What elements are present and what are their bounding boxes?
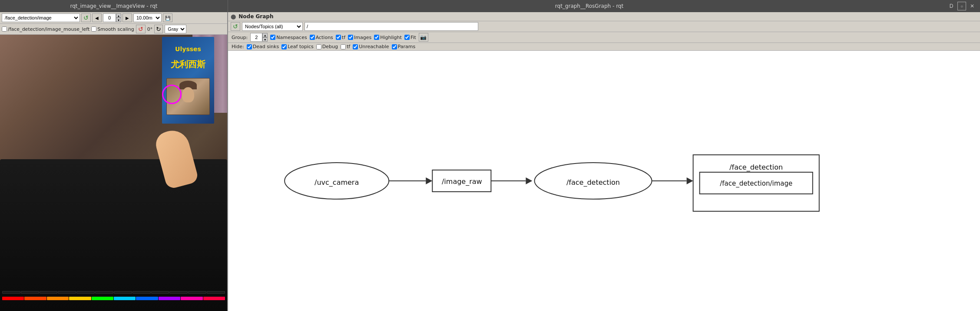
- leaf-topics-option[interactable]: Leaf topics: [281, 44, 314, 49]
- screenshot-button[interactable]: 📷: [419, 33, 428, 42]
- namespaces-option[interactable]: Namespaces: [270, 35, 307, 40]
- frame-spin-down[interactable]: ▼: [116, 18, 121, 22]
- distance-dropdown[interactable]: 10.00m: [133, 13, 162, 22]
- rgb-key-red: [2, 297, 24, 300]
- leaf-topics-checkbox[interactable]: [281, 44, 287, 49]
- key-6: [95, 291, 113, 294]
- group-input[interactable]: [250, 33, 262, 42]
- ros-graph-panel: ⬤ Node Graph ↺ Nodes/Topics (all) Group:…: [228, 12, 980, 311]
- rotate-button[interactable]: ↻: [154, 25, 163, 33]
- left-window-title: rqt_image_view__ImageView - rqt: [0, 0, 228, 12]
- node-graph-title: Node Graph: [238, 13, 273, 20]
- arrow-head-2: [526, 177, 532, 184]
- ros-refresh-button[interactable]: ↺: [231, 22, 240, 31]
- frame-spin-buttons: ▲ ▼: [116, 13, 121, 22]
- image-view-toolbar-row1: /face_detection/image ↺ ◀ ▲ ▼ ▶ 10.00m 💾: [0, 12, 227, 24]
- key-12: [207, 291, 225, 294]
- rgb-key-blue: [136, 297, 158, 300]
- book-prop: Ulysses 尤利西斯: [162, 37, 214, 124]
- debug-checkbox[interactable]: [316, 44, 321, 49]
- refresh-button[interactable]: ↺: [81, 13, 91, 22]
- rgb-key-green: [92, 297, 113, 300]
- topic-checkbox[interactable]: [2, 26, 7, 32]
- uvc-camera-label: /uvc_camera: [315, 179, 359, 187]
- key-9: [151, 291, 169, 294]
- tf-hide-option[interactable]: tf: [341, 44, 350, 49]
- face-detection-box-title: /face_detection: [729, 163, 783, 172]
- rgb-key-cyan: [114, 297, 136, 300]
- key-4: [58, 291, 76, 294]
- group-stepper[interactable]: ▲ ▼: [250, 33, 268, 42]
- arrow-head-1: [426, 177, 432, 184]
- window-controls: D ○ ✕: [947, 2, 977, 10]
- key-5: [76, 291, 95, 294]
- save-icon[interactable]: 💾: [163, 13, 172, 22]
- keyboard-row1: [2, 291, 225, 294]
- next-button[interactable]: ▶: [122, 13, 132, 22]
- images-option[interactable]: Images: [348, 35, 371, 40]
- debug-option[interactable]: Debug: [316, 44, 338, 49]
- rgb-key-pink: [181, 297, 202, 300]
- right-window-title-section: rqt_graph__RosGraph - rqt D ○ ✕: [228, 0, 980, 12]
- topic-checkbox-label[interactable]: /face_detection/image_mouse_left: [2, 26, 89, 32]
- book-english-title: Ulysses: [175, 46, 201, 52]
- actions-option[interactable]: Actions: [310, 35, 333, 40]
- ros-hide-bar: Hide: Dead sinks Leaf topics Debug tf Un…: [228, 43, 980, 51]
- search-input[interactable]: [305, 22, 478, 31]
- group-spin-buttons: ▲ ▼: [262, 33, 268, 42]
- portrait-face: [182, 87, 194, 102]
- highlight-checkbox[interactable]: [374, 35, 379, 40]
- left-title-text: rqt_image_view__ImageView - rqt: [70, 3, 157, 9]
- tf-option[interactable]: tf: [336, 35, 345, 40]
- params-checkbox[interactable]: [392, 44, 397, 49]
- params-option[interactable]: Params: [392, 44, 416, 49]
- rotation-value: 0°: [147, 26, 153, 32]
- fit-option[interactable]: Fit: [404, 35, 416, 40]
- group-spin-up[interactable]: ▲: [262, 33, 268, 37]
- rgb-key-crimson: [203, 297, 225, 300]
- smooth-scaling-checkbox[interactable]: [91, 26, 96, 32]
- highlight-option[interactable]: Highlight: [374, 35, 402, 40]
- images-checkbox[interactable]: [348, 35, 353, 40]
- face-detection-circle: [162, 85, 182, 104]
- ros-options-bar: Group: ▲ ▼ Namespaces Actions tf: [228, 32, 980, 43]
- face-detection-label: /face_detection: [566, 179, 620, 187]
- prev-button[interactable]: ◀: [92, 13, 102, 22]
- unreachable-checkbox[interactable]: [353, 44, 358, 49]
- image-view-panel: /face_detection/image ↺ ◀ ▲ ▼ ▶ 10.00m 💾…: [0, 12, 228, 311]
- fit-checkbox[interactable]: [404, 35, 410, 40]
- graph-svg: /uvc_camera /image_raw /face_detection: [228, 51, 980, 311]
- key-1: [2, 291, 20, 294]
- filter-dropdown[interactable]: Nodes/Topics (all): [242, 22, 303, 31]
- group-spin-down[interactable]: ▼: [262, 37, 268, 42]
- key-7: [114, 291, 132, 294]
- frame-spin-up[interactable]: ▲: [116, 13, 121, 18]
- tf-hide-checkbox[interactable]: [341, 44, 346, 49]
- tf-checkbox[interactable]: [336, 35, 341, 40]
- unreachable-option[interactable]: Unreachable: [353, 44, 389, 49]
- key-10: [169, 291, 188, 294]
- right-title-text: rqt_graph__RosGraph - rqt: [555, 3, 623, 9]
- ros-graph-toolbar: ⬤ Node Graph: [228, 12, 980, 21]
- namespaces-checkbox[interactable]: [270, 35, 275, 40]
- dead-sinks-option[interactable]: Dead sinks: [247, 44, 279, 49]
- topic-dropdown[interactable]: /face_detection/image: [2, 13, 80, 22]
- minimize-icon[interactable]: D: [947, 2, 956, 10]
- close-button[interactable]: ✕: [968, 2, 977, 10]
- image-raw-label: /image_raw: [442, 178, 482, 187]
- key-2: [21, 291, 39, 294]
- smooth-scaling-label[interactable]: Smooth scaling: [91, 26, 134, 32]
- smooth-scaling-text: Smooth scaling: [97, 26, 134, 32]
- key-8: [132, 291, 151, 294]
- frame-input[interactable]: [103, 13, 116, 22]
- maximize-icon[interactable]: ○: [957, 2, 966, 10]
- color-dropdown[interactable]: Gray: [165, 25, 186, 33]
- key-3: [40, 291, 58, 294]
- actions-checkbox[interactable]: [310, 35, 315, 40]
- reset-button[interactable]: ↺: [136, 25, 146, 33]
- rgb-key-purple: [159, 297, 180, 300]
- dead-sinks-checkbox[interactable]: [247, 44, 252, 49]
- frame-stepper[interactable]: ▲ ▼: [103, 13, 121, 22]
- main-content: /face_detection/image ↺ ◀ ▲ ▼ ▶ 10.00m 💾…: [0, 12, 980, 311]
- hide-label: Hide:: [232, 44, 244, 49]
